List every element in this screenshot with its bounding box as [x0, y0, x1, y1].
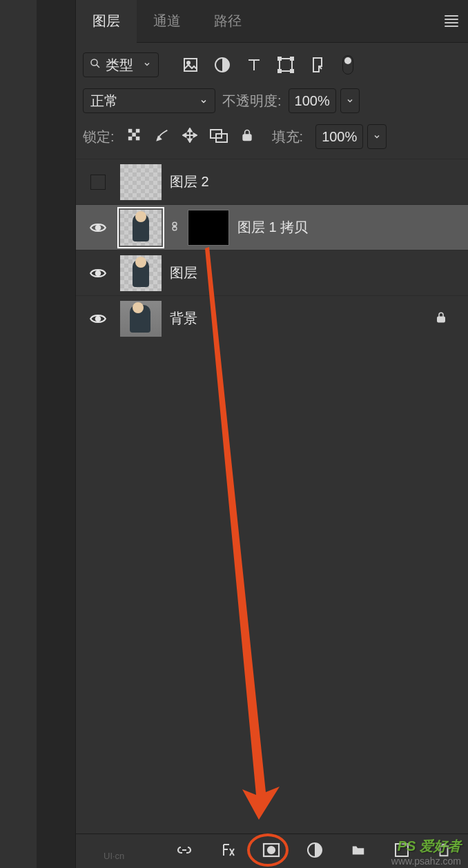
- opacity-label: 不透明度:: [222, 92, 282, 110]
- svg-point-0: [91, 59, 97, 66]
- layer-row[interactable]: 图层 2: [76, 159, 468, 204]
- visibility-off-icon: [90, 175, 106, 190]
- panel-bottom-bar: [76, 834, 468, 868]
- layer-thumbnail[interactable]: [120, 164, 162, 200]
- layer-name[interactable]: 图层 1 拷贝: [237, 218, 308, 237]
- fx-button[interactable]: [220, 842, 236, 861]
- tab-paths[interactable]: 路径: [197, 0, 258, 43]
- layer-row[interactable]: 图层 1 拷贝: [76, 204, 468, 250]
- svg-point-3: [187, 61, 190, 64]
- opacity-flyout-button[interactable]: [340, 88, 360, 113]
- layer-name[interactable]: 背景: [170, 309, 197, 328]
- panel-menu-button[interactable]: [445, 15, 458, 27]
- chevron-down-icon: [199, 93, 208, 109]
- new-adjustment-button[interactable]: [306, 842, 323, 861]
- link-layers-button[interactable]: [175, 842, 193, 861]
- svg-point-22: [96, 225, 101, 230]
- blend-mode-select[interactable]: 正常: [83, 88, 215, 113]
- canvas-gutter: [37, 0, 76, 868]
- visibility-toggle[interactable]: [84, 305, 112, 333]
- filter-kind-label: 类型: [106, 56, 133, 75]
- fill-value[interactable]: 100%: [315, 124, 363, 149]
- fill-flyout-button[interactable]: [367, 124, 387, 149]
- layer-row[interactable]: 背景: [76, 295, 468, 341]
- fill-label: 填充:: [272, 128, 304, 146]
- eye-icon: [89, 310, 107, 328]
- tab-layers[interactable]: 图层: [76, 0, 137, 43]
- svg-rect-14: [135, 137, 139, 141]
- filter-pixel-icon[interactable]: [182, 57, 199, 73]
- lock-row: 锁定: 填充: 100%: [76, 120, 468, 159]
- search-icon: [89, 57, 101, 73]
- eye-icon: [89, 219, 107, 237]
- svg-marker-18: [193, 133, 197, 137]
- lock-label: 锁定:: [83, 128, 115, 146]
- lock-icon: [435, 310, 447, 327]
- layer-thumbnail[interactable]: [120, 301, 162, 337]
- layer-mask-thumbnail[interactable]: [188, 210, 229, 246]
- svg-rect-9: [291, 70, 293, 72]
- filter-toggle[interactable]: [342, 55, 353, 75]
- chevron-down-icon: [143, 60, 151, 70]
- blend-row: 正常 不透明度: 100%: [76, 84, 468, 120]
- layer-name[interactable]: 图层 2: [170, 172, 209, 191]
- panel-tab-bar: 图层 通道 路径: [76, 0, 468, 43]
- filter-type-icons: [182, 57, 326, 73]
- eye-icon: [89, 264, 107, 282]
- layers-panel: 图层 通道 路径 类型: [76, 0, 468, 868]
- svg-rect-6: [278, 57, 281, 60]
- filter-type-text-icon[interactable]: [246, 57, 262, 73]
- app-left-strip: [0, 0, 37, 868]
- tab-channels[interactable]: 通道: [137, 0, 197, 43]
- svg-rect-8: [278, 70, 281, 72]
- filter-smart-icon[interactable]: [309, 57, 326, 73]
- svg-rect-11: [135, 129, 139, 133]
- layer-name[interactable]: 图层: [170, 264, 197, 282]
- filter-adjustment-icon[interactable]: [214, 57, 231, 73]
- svg-line-1: [97, 64, 99, 67]
- lock-pixels-icon[interactable]: [155, 128, 170, 146]
- svg-rect-21: [243, 135, 251, 140]
- delete-layer-button[interactable]: [436, 842, 451, 861]
- svg-rect-12: [132, 132, 136, 137]
- layer-filter-row: 类型: [76, 43, 468, 84]
- filter-shape-icon[interactable]: [277, 57, 294, 73]
- new-group-button[interactable]: [349, 842, 367, 860]
- lock-transparent-icon[interactable]: [127, 128, 142, 146]
- opacity-value[interactable]: 100%: [289, 88, 336, 113]
- lock-all-icon[interactable]: [240, 128, 254, 146]
- filter-kind-select[interactable]: 类型: [83, 52, 159, 77]
- blend-mode-label: 正常: [90, 92, 118, 110]
- svg-rect-7: [291, 57, 293, 60]
- layers-list: 图层 2 图层 1 拷贝 图层 背景: [76, 159, 468, 868]
- layer-thumbnail[interactable]: [120, 210, 162, 246]
- link-icon[interactable]: [170, 219, 179, 236]
- add-mask-button[interactable]: [262, 842, 280, 861]
- lock-position-icon[interactable]: [182, 128, 197, 146]
- new-layer-button[interactable]: [393, 842, 410, 861]
- layer-thumbnail[interactable]: [120, 255, 162, 291]
- svg-point-27: [96, 316, 101, 321]
- svg-rect-10: [128, 129, 132, 133]
- svg-rect-2: [184, 59, 197, 71]
- svg-marker-15: [188, 128, 192, 132]
- svg-rect-13: [128, 137, 132, 141]
- visibility-toggle[interactable]: [84, 259, 112, 287]
- svg-point-26: [96, 270, 101, 275]
- svg-rect-28: [438, 317, 445, 322]
- visibility-toggle[interactable]: [84, 214, 112, 241]
- visibility-toggle[interactable]: [84, 168, 112, 196]
- svg-point-30: [268, 847, 275, 854]
- lock-artboard-icon[interactable]: [210, 128, 228, 146]
- svg-marker-17: [182, 133, 186, 137]
- svg-marker-16: [188, 139, 192, 143]
- layer-row[interactable]: 图层: [76, 250, 468, 295]
